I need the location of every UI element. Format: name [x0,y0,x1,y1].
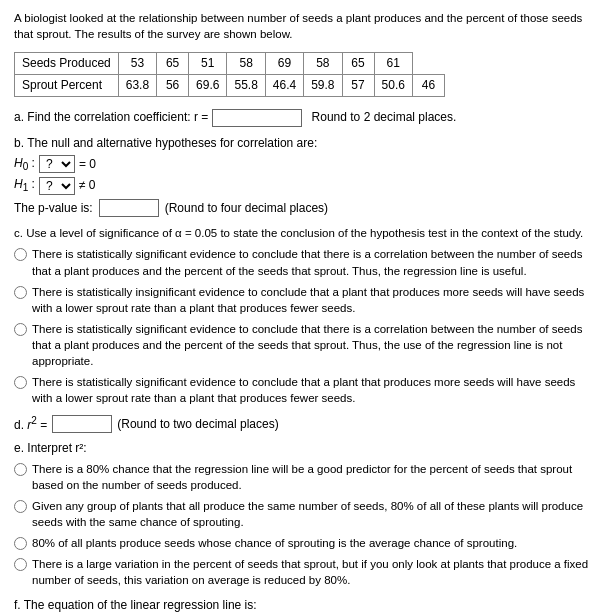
pvalue-row: The p-value is: (Round to four decimal p… [14,199,590,217]
part-e-option-4: There is a large variation in the percen… [14,556,590,588]
part-c-option-2: There is statistically insignificant evi… [14,284,590,316]
part-c-radio-3[interactable] [14,323,27,336]
pvalue-input[interactable] [99,199,159,217]
table-header-row2-label: Sprout Percent [15,74,119,96]
pvalue-label: The p-value is: [14,200,93,217]
part-e-option-3-text: 80% of all plants produce seeds whose ch… [32,535,590,551]
part-c-radio-1[interactable] [14,248,27,261]
table-cell: 59.8 [304,74,342,96]
table-cell: 61 [374,53,412,75]
h0-equals: = 0 [79,156,96,173]
table-cell: 53 [118,53,156,75]
table-cell: 46 [412,74,444,96]
part-e-option-4-text: There is a large variation in the percen… [32,556,590,588]
part-e-option-1-text: There is a 80% chance that the regressio… [32,461,590,493]
table-cell: 50.6 [374,74,412,96]
intro-text: A biologist looked at the relationship b… [14,10,590,42]
h1-select[interactable]: ? ρ μ [39,177,75,195]
r-squared-input[interactable] [52,415,112,433]
part-e-radio-4[interactable] [14,558,27,571]
table-cell: 58 [227,53,265,75]
part-d-label: d. r2 = [14,414,47,434]
h1-prefix: H1 : [14,176,35,195]
h0-prefix: H0 : [14,155,35,174]
part-b-label: b. The null and alternative hypotheses f… [14,135,590,152]
part-e-option-2-text: Given any group of plants that all produ… [32,498,590,530]
table-cell: 65 [157,53,189,75]
h1-not-equals: ≠ 0 [79,177,96,194]
part-f: f. The equation of the linear regression… [14,597,590,614]
table-cell: 69 [265,53,303,75]
table-cell: 65 [342,53,374,75]
part-c: c. Use a level of significance of α = 0.… [14,225,590,406]
table-cell: 55.8 [227,74,265,96]
part-c-option-3: There is statistically significant evide… [14,321,590,369]
table-cell: 69.6 [189,74,227,96]
part-e-radio-2[interactable] [14,500,27,513]
part-a: a. Find the correlation coefficient: r =… [14,109,590,127]
part-c-option-3-text: There is statistically significant evide… [32,321,590,369]
part-b: b. The null and alternative hypotheses f… [14,135,590,218]
data-table: Seeds Produced 53 65 51 58 69 58 65 61 S… [14,52,445,97]
part-a-label: a. Find the correlation coefficient: [14,110,191,124]
table-cell: 57 [342,74,374,96]
part-c-radio-2[interactable] [14,286,27,299]
part-e: e. Interpret r²: There is a 80% chance t… [14,440,590,588]
part-c-radio-4[interactable] [14,376,27,389]
part-e-option-2: Given any group of plants that all produ… [14,498,590,530]
part-e-label: e. Interpret r²: [14,440,590,457]
table-cell: 56 [157,74,189,96]
part-c-option-4: There is statistically significant evide… [14,374,590,406]
h0-row: H0 : ? ρ μ = 0 [14,155,590,174]
correlation-coefficient-input[interactable] [212,109,302,127]
table-header-row1-label: Seeds Produced [15,53,119,75]
h1-row: H1 : ? ρ μ ≠ 0 [14,176,590,195]
part-e-option-3: 80% of all plants produce seeds whose ch… [14,535,590,551]
part-c-option-4-text: There is statistically significant evide… [32,374,590,406]
table-cell: 63.8 [118,74,156,96]
part-f-label: f. The equation of the linear regression… [14,597,590,614]
part-a-r-symbol: r = [194,110,208,124]
pvalue-note: (Round to four decimal places) [165,200,328,217]
h0-select[interactable]: ? ρ μ [39,155,75,173]
part-d: d. r2 = (Round to two decimal places) [14,414,590,434]
part-a-note: Round to 2 decimal places. [312,110,457,124]
part-e-option-1: There is a 80% chance that the regressio… [14,461,590,493]
table-cell: 46.4 [265,74,303,96]
part-d-note: (Round to two decimal places) [117,416,278,433]
table-cell: 51 [189,53,227,75]
table-cell: 58 [304,53,342,75]
part-c-option-1: There is statistically significant evide… [14,246,590,278]
part-c-label: c. Use a level of significance of α = 0.… [14,225,590,241]
part-e-radio-3[interactable] [14,537,27,550]
part-c-option-2-text: There is statistically insignificant evi… [32,284,590,316]
part-c-option-1-text: There is statistically significant evide… [32,246,590,278]
part-e-radio-1[interactable] [14,463,27,476]
